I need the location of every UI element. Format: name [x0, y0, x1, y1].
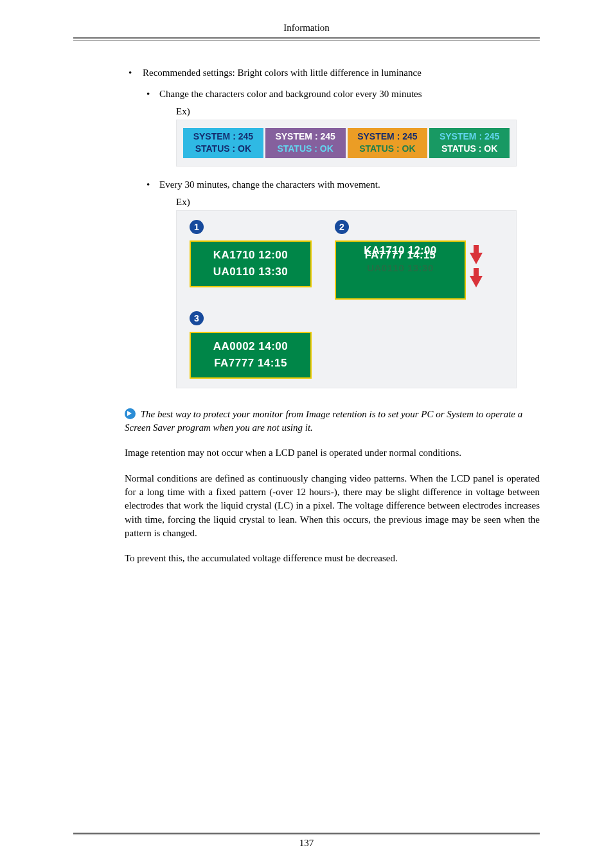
- body-paragraph: Normal conditions are defined as continu…: [125, 472, 540, 540]
- color-tile-orange: SYSTEM : 245 STATUS : OK: [348, 128, 428, 159]
- tile-line: SYSTEM : 245: [183, 131, 263, 143]
- bullet-recommended-text: Recommended settings: Bright colors with…: [143, 68, 422, 78]
- display-panel-scrolling: AA0002 14.00 KA1710 12:00 FA7777 14:15 U…: [335, 240, 466, 300]
- arrow-down-icon: [470, 253, 483, 264]
- footer-rule: [73, 835, 540, 835]
- panel-row: AA0002 14:00: [191, 338, 310, 355]
- example2-label: Ex): [176, 197, 540, 208]
- example1-figure: SYSTEM : 245 STATUS : OK SYSTEM : 245 ST…: [176, 120, 517, 167]
- panel-row: UA0110 13:30: [191, 264, 310, 280]
- tile-line: STATUS : OK: [265, 143, 346, 155]
- color-tile-green: SYSTEM : 245 STATUS : OK: [429, 128, 510, 159]
- footer-rule: [73, 833, 540, 834]
- marker-3-icon: 3: [190, 311, 204, 325]
- bullet-change-movement: Every 30 minutes, change the characters …: [143, 179, 540, 388]
- panel-row: FA7777 14:15: [336, 248, 465, 262]
- bullet-change-colors-text: Change the characters color and backgrou…: [159, 89, 422, 99]
- body-paragraph: To prevent this, the accumulated voltage…: [125, 552, 540, 565]
- note-arrow-icon: [125, 408, 136, 419]
- example2-figure: 1 KA1710 12:00 UA0110 13:30 2: [176, 210, 517, 388]
- body-paragraph: Image retention may not occur when a LCD…: [125, 446, 540, 460]
- bullet-change-colors: Change the characters color and backgrou…: [143, 89, 540, 167]
- header-rule: [73, 40, 540, 41]
- panel-row: KA1710 12:00: [191, 247, 310, 264]
- tile-line: SYSTEM : 245: [348, 131, 428, 143]
- tile-line: SYSTEM : 245: [429, 131, 510, 143]
- bullet-change-movement-text: Every 30 minutes, change the characters …: [159, 179, 380, 190]
- panel-row: FA7777 14:15: [191, 355, 310, 372]
- page-number: 137: [73, 838, 540, 849]
- note-block: The best way to protect your monitor fro…: [125, 408, 540, 435]
- example1-label: Ex): [176, 106, 540, 117]
- marker-2-icon: 2: [335, 220, 349, 234]
- tile-line: STATUS : OK: [429, 143, 510, 155]
- arrow-down-icon: [470, 276, 483, 287]
- marker-1-icon: 1: [190, 220, 204, 234]
- page-header-title: Information: [73, 23, 540, 39]
- display-panel-static: KA1710 12:00 UA0110 13:30: [190, 240, 312, 287]
- display-panel-static-2: AA0002 14:00 FA7777 14:15: [190, 332, 312, 379]
- color-tile-purple: SYSTEM : 245 STATUS : OK: [265, 128, 346, 159]
- tile-line: SYSTEM : 245: [265, 131, 346, 143]
- tile-line: STATUS : OK: [183, 143, 263, 155]
- tile-line: STATUS : OK: [348, 143, 428, 155]
- page-footer: 137: [73, 833, 540, 849]
- bullet-recommended: Recommended settings: Bright colors with…: [125, 68, 540, 388]
- note-text: The best way to protect your monitor fro…: [125, 409, 522, 433]
- panel-row-faded: UA0110 13:30: [336, 262, 465, 275]
- color-tile-cyan: SYSTEM : 245 STATUS : OK: [183, 128, 263, 159]
